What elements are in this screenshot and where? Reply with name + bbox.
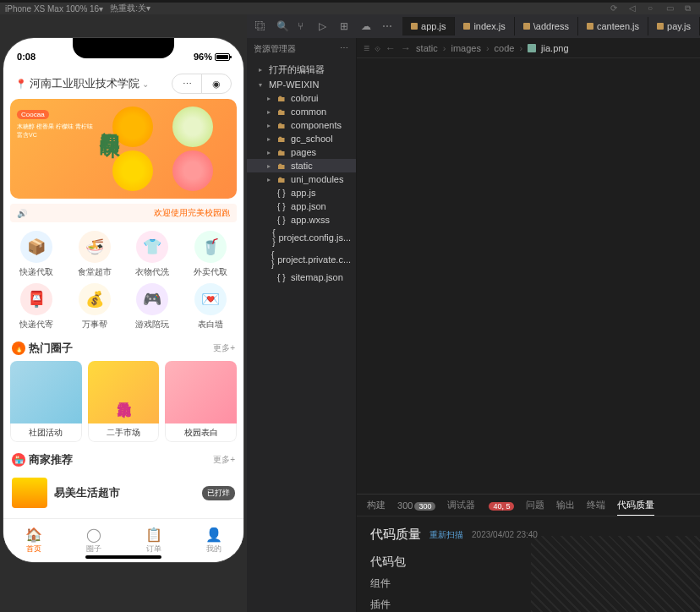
tree-group[interactable]: ▾MP-WEIXIN <box>247 78 356 91</box>
service-item[interactable]: 👕 衣物代洗 <box>126 231 179 278</box>
tree-item-app.json[interactable]: { } app.json <box>247 199 356 213</box>
tab-icon: 👤 <box>205 527 222 543</box>
home-icon[interactable]: ○ <box>648 3 658 14</box>
banner-text: 木糖醇 橙香果 柠檬味 青柠味 富含VC <box>17 123 99 139</box>
panel-tab[interactable]: 40, 5 <box>487 497 514 514</box>
editor-tab[interactable]: index.js <box>455 17 514 36</box>
tree-item-components[interactable]: ▸🖿 components <box>247 118 356 132</box>
service-item[interactable]: 🥤 外卖代取 <box>184 231 238 278</box>
service-item[interactable]: 💰 万事帮 <box>68 283 122 331</box>
panel-tab[interactable]: 问题 <box>526 495 544 515</box>
device-icon[interactable]: ▭ <box>666 3 676 14</box>
phone-frame: 0:08 96% 📍 河南工业职业技术学院 ⌄ ⋯ ◉ <box>3 38 243 562</box>
more-link[interactable]: 更多+ <box>213 454 235 466</box>
files-icon[interactable]: ⿻ <box>255 20 267 32</box>
notice-bar[interactable]: 🔊 欢迎使用完美校园跑 <box>10 204 237 222</box>
notice-text: 欢迎使用完美校园跑 <box>154 207 230 219</box>
service-item[interactable]: 🍜 食堂超市 <box>68 231 122 278</box>
branch-icon[interactable]: ⑂ <box>298 20 309 32</box>
location-text: 河南工业职业技术学院 <box>30 76 139 91</box>
fire-icon: 🔥 <box>12 342 25 355</box>
panel-tab[interactable]: 300300 <box>397 497 435 514</box>
tab-icon: ◯ <box>86 527 101 543</box>
rescan-link[interactable]: 重新扫描 <box>429 529 463 541</box>
capsule-menu[interactable]: ⋯ <box>172 74 202 94</box>
banner[interactable]: Coocaa 木糖醇 橙香果 柠檬味 青柠味 富含VC 初春口味 <box>10 99 237 199</box>
tree-item-common[interactable]: ▸🖿 common <box>247 105 356 118</box>
service-item[interactable]: 💌 表白墙 <box>184 283 238 331</box>
multitask-icon[interactable]: ⧉ <box>685 3 695 14</box>
tree-item-colorui[interactable]: ▸🖿 colorui <box>247 91 356 105</box>
bc-seg[interactable]: code <box>495 43 515 53</box>
bottom-panel: 构建300300调试器40, 5问题输出终端代码质量 代码质量 重新扫描 202… <box>357 494 700 612</box>
location-picker[interactable]: 📍 河南工业职业技术学院 ⌄ <box>15 76 149 91</box>
refresh-icon[interactable]: ⟳ <box>610 3 621 14</box>
editor-tab[interactable]: \address <box>515 17 578 36</box>
service-item[interactable]: 📦 快递代取 <box>10 231 63 278</box>
home-indicator <box>85 555 161 559</box>
section-title-hot: 🔥 热门圈子 <box>12 341 73 356</box>
panel-tab[interactable]: 调试器 <box>447 495 475 515</box>
bookmark-icon[interactable]: ⟐ <box>375 42 380 54</box>
device-select[interactable]: iPhone XS Max 100% 16▾ <box>5 4 103 14</box>
quality-title: 代码质量 <box>370 527 421 543</box>
tree-item-project.private.c...[interactable]: { } project.private.c... <box>247 249 356 270</box>
bc-seg[interactable]: images <box>451 43 480 53</box>
back-icon[interactable]: ◁ <box>629 3 639 14</box>
tree-label: common <box>291 107 326 117</box>
editor-body <box>357 58 700 494</box>
more-icon[interactable]: ⋯ <box>382 20 394 32</box>
tree-group[interactable]: ▸打开的编辑器 <box>247 62 356 78</box>
forward-icon[interactable]: → <box>401 42 411 54</box>
tab-首页[interactable]: 🏠 首页 <box>3 519 63 562</box>
tree-item-app.js[interactable]: { } app.js <box>247 186 356 199</box>
cloud-icon[interactable]: ☁ <box>361 20 373 32</box>
circle-card[interactable]: 跳蚤市场 二手市场 <box>88 361 160 442</box>
bc-seg[interactable]: static <box>416 43 438 53</box>
explorer-menu[interactable]: ⋯ <box>340 43 349 55</box>
circle-card[interactable]: 校园表白 <box>165 361 237 442</box>
panel-tab[interactable]: 终端 <box>587 495 605 515</box>
tree-label: colorui <box>291 93 318 103</box>
scan-time: 2023/04/02 23:40 <box>472 530 538 539</box>
search-icon[interactable]: 🔍 <box>276 20 288 32</box>
tree-item-gc_school[interactable]: ▸🖿 gc_school <box>247 132 356 145</box>
tree-item-static[interactable]: ▸🖿 static <box>247 159 356 172</box>
panel-tab[interactable]: 构建 <box>367 495 386 515</box>
service-icon: 🎮 <box>136 283 168 315</box>
more-link[interactable]: 更多+ <box>213 342 235 354</box>
tree-item-project.config.js...[interactable]: { } project.config.js... <box>247 227 356 249</box>
card-image: 跳蚤市场 <box>88 361 160 423</box>
debug-icon[interactable]: ▷ <box>319 20 331 32</box>
service-item[interactable]: 🎮 游戏陪玩 <box>126 283 179 331</box>
battery-icon <box>215 53 230 61</box>
editor-tab[interactable]: pay.js <box>648 17 700 36</box>
service-item[interactable]: 📮 快递代寄 <box>10 283 63 331</box>
tree-item-uni_modules[interactable]: ▸🖿 uni_modules <box>247 172 356 186</box>
panel-tab[interactable]: 输出 <box>556 495 575 515</box>
editor-tab[interactable]: canteen.js <box>578 17 648 36</box>
tree-item-app.wxss[interactable]: { } app.wxss <box>247 213 356 227</box>
tree-label: sitemap.json <box>291 272 343 282</box>
hot-reload-toggle[interactable]: 热重载:关▾ <box>110 3 150 14</box>
card-image <box>10 361 82 423</box>
tree-item-pages[interactable]: ▸🖿 pages <box>247 145 356 159</box>
service-label: 万事帮 <box>82 319 107 331</box>
back-icon[interactable]: ← <box>386 42 396 54</box>
circle-card[interactable]: 社团活动 <box>10 361 82 442</box>
battery-pct: 96% <box>194 52 212 62</box>
service-label: 表白墙 <box>198 319 223 331</box>
ext-icon[interactable]: ⊞ <box>340 20 352 32</box>
file-icon <box>411 23 418 30</box>
bc-seg[interactable]: jia.png <box>541 43 568 53</box>
tree-label: components <box>291 120 342 130</box>
shop-item[interactable]: 易美生活超市 已打烊 <box>10 474 237 511</box>
tab-我的[interactable]: 👤 我的 <box>183 519 243 562</box>
tree-item-sitemap.json[interactable]: { } sitemap.json <box>247 270 356 284</box>
service-icon: 📦 <box>20 231 52 263</box>
panel-tab[interactable]: 代码质量 <box>617 495 654 516</box>
capsule-close[interactable]: ◉ <box>201 74 232 94</box>
menu-icon[interactable]: ≡ <box>364 42 369 54</box>
editor-tab[interactable]: app.js <box>402 17 455 36</box>
file-icon <box>657 23 664 30</box>
